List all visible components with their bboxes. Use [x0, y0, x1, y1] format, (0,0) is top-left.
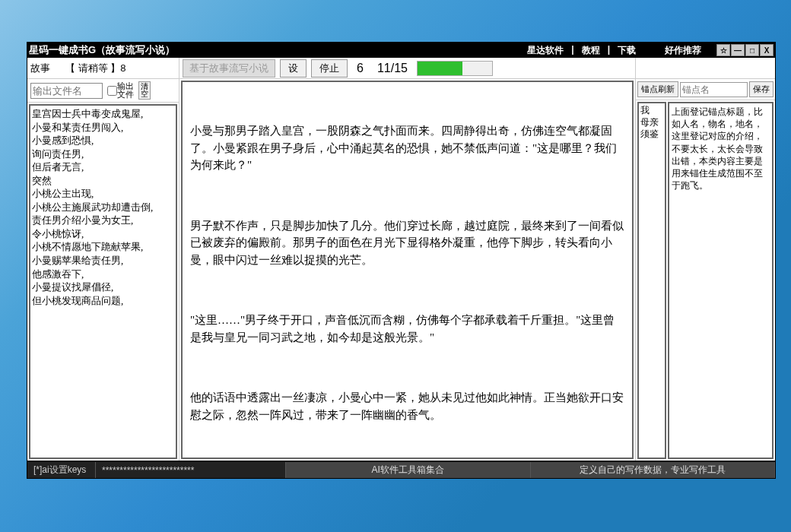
- basis-button[interactable]: 基于故事流写小说: [183, 59, 275, 78]
- clear-button[interactable]: 清 空: [138, 81, 151, 100]
- status-masked: **************************: [96, 462, 286, 478]
- left-panel: 故事 【 请稍等 】8 输出 文件 清 空 皇宫因士兵中毒变成鬼屋, 小曼和某责…: [27, 58, 179, 461]
- story-paragraph: 小曼与那男子踏入皇宫，一股阴森之气扑面而来。四周静得出奇，仿佛连空气都凝固了。小…: [190, 122, 624, 174]
- refresh-anchors-button[interactable]: 锚点刷新: [637, 81, 678, 97]
- outline-item: 责任男介绍小曼为女王,: [32, 214, 174, 227]
- progress-bar: [417, 61, 493, 76]
- outline-item: 询问责任男,: [32, 147, 174, 161]
- counter-2: 11/15: [373, 62, 412, 75]
- menu-item-2[interactable]: 教程: [582, 44, 600, 57]
- menu-item-3[interactable]: 下载: [618, 44, 636, 57]
- outline-box[interactable]: 皇宫因士兵中毒变成鬼屋, 小曼和某责任男闯入, 小曼感到恐惧, 询问责任男, 但…: [29, 104, 177, 459]
- outline-item: 小桃不情愿地下跪献苹果,: [32, 240, 174, 254]
- filename-row: 输出 文件 清 空: [27, 79, 179, 103]
- status-custom[interactable]: 定义自己的写作数据，专业写作工具: [531, 462, 776, 478]
- stop-button[interactable]: 停止: [311, 59, 348, 78]
- anchor-item[interactable]: 须鉴: [640, 128, 663, 141]
- close-button[interactable]: X: [760, 44, 774, 56]
- anchor-item[interactable]: 母亲: [640, 117, 663, 129]
- app-window: 星码一键成书G（故事流写小说） 星达软件 | 教程 | 下载 好作推荐 ☆ — …: [27, 42, 776, 479]
- wait-label: 【 请稍等 】8: [65, 62, 125, 75]
- main-body: 故事 【 请稍等 】8 输出 文件 清 空 皇宫因士兵中毒变成鬼屋, 小曼和某责…: [27, 58, 775, 461]
- right-panel: 锚点刷新 保存 我 母亲 须鉴 上面登记锚点标题，比如人名，物名，地名，这里登记…: [635, 58, 775, 461]
- outline-item: 小曼提议找犀倡径,: [32, 280, 174, 294]
- story-label: 故事: [30, 62, 50, 75]
- outline-item: 皇宫因士兵中毒变成鬼屋,: [32, 107, 174, 121]
- status-tools[interactable]: AI软件工具箱集合: [286, 462, 531, 478]
- outline-item: 令小桃惊讶,: [32, 227, 174, 241]
- filename-input[interactable]: [30, 83, 103, 99]
- center-panel: 基于故事流写小说 设 停止 6 11/15 小曼与那男子踏入皇宫，一股阴森之气扑…: [179, 58, 635, 461]
- window-title: 星码一键成书G（故事流写小说）: [29, 43, 527, 57]
- story-text-area[interactable]: 小曼与那男子踏入皇宫，一股阴森之气扑面而来。四周静得出奇，仿佛连空气都凝固了。小…: [181, 81, 634, 459]
- outline-item: 突然: [32, 174, 174, 188]
- counter-1: 6: [352, 62, 368, 75]
- save-anchor-button[interactable]: 保存: [749, 81, 774, 97]
- maximize-button[interactable]: □: [745, 44, 759, 56]
- outline-item: 但小桃发现商品问题,: [32, 294, 174, 308]
- menu-item-4[interactable]: 好作推荐: [665, 44, 701, 57]
- minimize-button[interactable]: —: [731, 44, 745, 56]
- story-paragraph: 男子默不作声，只是脚步加快了几分。他们穿过长廊，越过庭院，最终来到了一间看似已被…: [190, 217, 624, 269]
- menu-sep: |: [571, 44, 573, 57]
- story-paragraph: 他的话语中透露出一丝凄凉，小曼心中一紧，她从未见过他如此神情。正当她欲开口安慰之…: [190, 389, 624, 423]
- star-button[interactable]: ☆: [716, 44, 730, 56]
- outline-item: 他感激吞下,: [32, 268, 174, 281]
- output-file-checkbox[interactable]: 输出 文件: [107, 82, 134, 99]
- anchor-name-input[interactable]: [680, 82, 748, 97]
- window-controls: ☆ — □ X: [716, 44, 774, 56]
- titlebar: 星码一键成书G（故事流写小说） 星达软件 | 教程 | 下载 好作推荐 ☆ — …: [27, 43, 775, 58]
- story-paragraph: "这里……"男子终于开口，声音低沉而含糊，仿佛每个字都承载着千斤重担。"这里曾是…: [190, 312, 624, 346]
- set-button[interactable]: 设: [280, 59, 307, 78]
- outline-item: 小曼和某责任男闯入,: [32, 121, 174, 135]
- anchor-help-text: 上面登记锚点标题，比如人名，物名，地名，这里登记对应的介绍，不要太长，太长会导致…: [668, 102, 774, 459]
- outline-item: 小桃公主施展武功却遭击倒,: [32, 201, 174, 214]
- outline-item: 小桃公主出现,: [32, 187, 174, 201]
- status-ai-keys[interactable]: [*]ai设置keys: [27, 462, 96, 478]
- anchor-body: 我 母亲 须鉴 上面登记锚点标题，比如人名，物名，地名，这里登记对应的介绍，不要…: [636, 100, 775, 461]
- center-toolbar: 基于故事流写小说 设 停止 6 11/15: [179, 58, 635, 79]
- outline-item: 但后者无言,: [32, 160, 174, 174]
- menu-sep: |: [608, 44, 610, 57]
- anchor-item[interactable]: 我: [640, 105, 663, 117]
- left-toolbar: 故事 【 请稍等 】8: [27, 58, 179, 79]
- menu-item-1[interactable]: 星达软件: [527, 44, 564, 57]
- outline-item: 小曼赐苹果给责任男,: [32, 254, 174, 268]
- outline-item: 小曼感到恐惧,: [32, 134, 174, 147]
- statusbar: [*]ai设置keys ************************** A…: [27, 461, 775, 478]
- anchor-list[interactable]: 我 母亲 须鉴: [637, 102, 666, 459]
- anchor-toolbar: 锚点刷新 保存: [636, 79, 775, 100]
